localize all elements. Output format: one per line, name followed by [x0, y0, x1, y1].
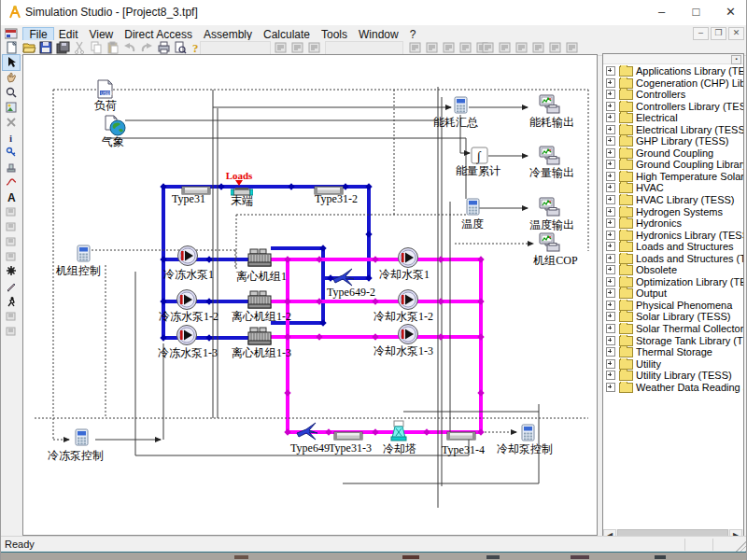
library-item-physical-phenomena[interactable]: Physical Phenomena: [603, 300, 743, 312]
tool-select-icon[interactable]: [3, 55, 20, 70]
library-item-loads-and-structures[interactable]: Loads and Structures: [603, 241, 743, 253]
library-item-electrical[interactable]: Electrical: [603, 112, 743, 124]
library-item-electrical-library-tess-[interactable]: Electrical Library (TESS): [603, 124, 743, 136]
library-item-hvac-library-tess-[interactable]: HVAC Library (TESS): [603, 194, 743, 206]
tool-delete-icon[interactable]: [3, 115, 20, 130]
library-item-hydronics-library-tess-[interactable]: Hydronics Library (TESS): [603, 230, 743, 242]
tool-layers-2-icon[interactable]: [3, 249, 20, 264]
maximize-button[interactable]: □: [679, 0, 713, 25]
expand-icon[interactable]: [606, 265, 615, 274]
mdi-minimize-icon[interactable]: –: [693, 27, 709, 40]
expand-icon[interactable]: [606, 207, 615, 217]
library-item-controllers-library-tess-[interactable]: Controllers Library (TESS): [603, 101, 743, 113]
library-item-hvac[interactable]: HVAC: [603, 182, 743, 194]
toolbar-save-all-icon[interactable]: [56, 41, 71, 54]
library-item-storage-tank-library-tess-[interactable]: Storage Tank Library (TESS): [603, 335, 743, 347]
expand-icon[interactable]: [606, 90, 615, 99]
expand-icon[interactable]: [606, 277, 615, 287]
toolbar-anchor-icon[interactable]: [459, 41, 474, 54]
minimize-button[interactable]: –: [644, 0, 679, 25]
tool-pen-icon[interactable]: [3, 279, 20, 294]
library-item-ground-coupling[interactable]: Ground Coupling: [603, 147, 743, 160]
tool-run-icon[interactable]: [3, 294, 20, 309]
toolbar-rotate-view-icon[interactable]: [499, 41, 514, 54]
library-item-ground-coupling-library-tess-[interactable]: Ground Coupling Library (TESS): [603, 159, 743, 171]
toolbar-new-icon[interactable]: [6, 41, 21, 54]
expand-icon[interactable]: [606, 359, 615, 369]
toolbar-print-preview-icon[interactable]: [174, 41, 189, 54]
resize-grip[interactable]: [736, 540, 747, 552]
library-item-solar-thermal-collectors[interactable]: Solar Thermal Collectors: [603, 323, 743, 335]
tool-align-1-icon[interactable]: [3, 204, 20, 219]
toolbar-update-project-icon[interactable]: [549, 41, 564, 54]
library-item-thermal-storage[interactable]: Thermal Storage: [603, 346, 743, 358]
toolbar-open-icon[interactable]: [22, 41, 37, 54]
expand-icon[interactable]: [606, 183, 615, 192]
library-item-utility-library-tess-[interactable]: Utility Library (TESS): [603, 370, 743, 382]
library-item-solar-library-tess-[interactable]: Solar Library (TESS): [603, 311, 743, 323]
expand-icon[interactable]: [606, 172, 615, 181]
expand-icon[interactable]: [606, 312, 615, 321]
toolbar-export-file-icon[interactable]: [532, 41, 547, 54]
library-item-utility[interactable]: Utility: [603, 358, 743, 371]
tool-link-icon[interactable]: [3, 145, 20, 160]
tool-info-icon[interactable]: i: [3, 130, 20, 145]
toolbar-print-setup-icon[interactable]: [566, 41, 581, 54]
toolbar-print-icon[interactable]: [157, 41, 172, 54]
toolbar-grid-icon[interactable]: [443, 41, 458, 54]
library-item-hydrogen-systems[interactable]: Hydrogen Systems: [603, 206, 743, 218]
tool-flag-1-icon[interactable]: [3, 309, 20, 324]
tool-settings-gear-icon[interactable]: [3, 264, 20, 279]
expand-icon[interactable]: [606, 347, 615, 357]
toolbar-zoom-fit-icon[interactable]: [308, 41, 323, 54]
tool-flag-2-icon[interactable]: [3, 324, 20, 339]
expand-icon[interactable]: [606, 160, 615, 169]
project-canvas[interactable]: USER负荷气象Type31末端Type31-2冷冻水泵1离心机组1冷冻水泵1-…: [22, 54, 598, 536]
expand-icon[interactable]: [606, 136, 615, 146]
expand-icon[interactable]: [606, 231, 615, 240]
component-pipe-type31-4[interactable]: [446, 427, 476, 444]
library-item-optimization-library-tess-[interactable]: Optimization Library (TESS): [603, 276, 743, 288]
library-item-high-temperature-solar-tess-[interactable]: High Temperature Solar (TESS): [603, 171, 743, 183]
toolbar-show-proforma-icon[interactable]: [515, 41, 530, 54]
mdi-restore-icon[interactable]: ❐: [711, 27, 726, 40]
library-item-obsolete[interactable]: Obsolete: [603, 264, 743, 276]
expand-icon[interactable]: [606, 242, 615, 251]
library-item-hydronics[interactable]: Hydronics: [603, 217, 743, 230]
expand-icon[interactable]: [606, 324, 615, 333]
tool-spline-icon[interactable]: [3, 175, 20, 189]
expand-icon[interactable]: [606, 195, 615, 204]
panel-close-icon[interactable]: ▪: [731, 55, 741, 64]
library-item-applications-library-tess-[interactable]: Applications Library (TESS): [603, 65, 743, 77]
expand-icon[interactable]: [606, 288, 615, 298]
expand-icon[interactable]: [606, 125, 615, 134]
expand-icon[interactable]: [606, 254, 615, 263]
component-chw-pump-control[interactable]: [75, 428, 89, 450]
tool-image-icon[interactable]: [3, 100, 20, 115]
tool-stamp-icon[interactable]: [3, 160, 20, 175]
expand-icon[interactable]: [606, 301, 615, 310]
expand-icon[interactable]: [606, 66, 615, 76]
mdi-close-icon[interactable]: ✕: [728, 27, 744, 40]
tool-layers-1-icon[interactable]: [3, 234, 20, 249]
toolbar-move-down-icon[interactable]: [426, 41, 441, 54]
toolbar-save-icon[interactable]: [39, 41, 54, 54]
tool-zoom-icon[interactable]: [3, 85, 20, 100]
tool-pan-icon[interactable]: [3, 70, 20, 85]
library-item-output[interactable]: Output: [603, 287, 743, 300]
expand-icon[interactable]: [606, 371, 615, 380]
expand-icon[interactable]: [606, 78, 615, 88]
toolbar-assembly-tree-icon[interactable]: [409, 41, 424, 54]
expand-icon[interactable]: [606, 218, 615, 228]
expand-icon[interactable]: [606, 383, 615, 392]
expand-icon[interactable]: [606, 148, 615, 158]
toolbar-show-output-icon[interactable]: [482, 41, 497, 54]
library-item-controllers[interactable]: Controllers: [603, 89, 743, 101]
expand-icon[interactable]: [606, 336, 615, 345]
close-button[interactable]: ✕: [713, 0, 747, 25]
toolbar-fit-horizontal-icon[interactable]: [275, 41, 289, 54]
expand-icon[interactable]: [606, 102, 615, 111]
toolbar-fit-vertical-icon[interactable]: [291, 41, 306, 54]
library-item-ghp-library-tess-[interactable]: GHP Library (TESS): [603, 135, 743, 147]
tool-text-icon[interactable]: A: [3, 189, 20, 204]
